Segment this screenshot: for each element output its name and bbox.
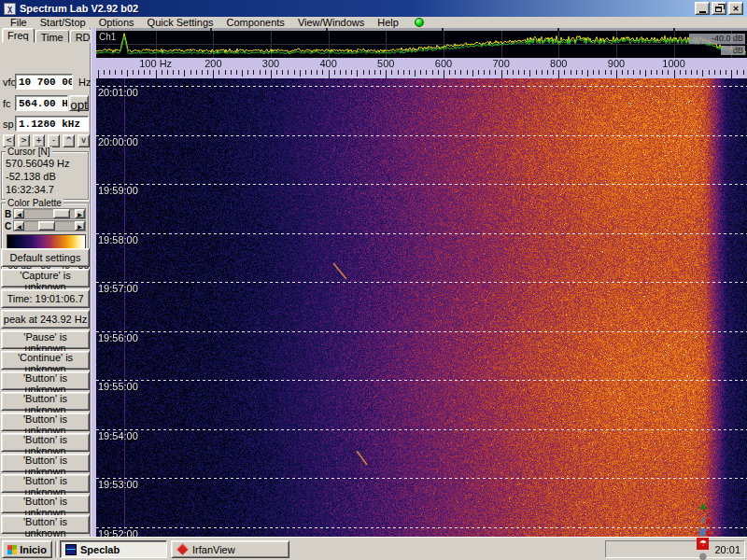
windows-logo-icon — [7, 544, 17, 554]
brightness-right-arrow-icon[interactable]: ▶ — [75, 209, 85, 218]
cursor-level: -52.138 dB — [6, 171, 56, 182]
panel-button-12[interactable]: 'Button' is unknown — [1, 495, 90, 513]
tab-freq[interactable]: Freq — [2, 28, 35, 43]
nav-button-plus[interactable]: + — [33, 134, 45, 147]
panel-button-7[interactable]: 'Button' is unknown — [1, 392, 90, 411]
contrast-label: C — [5, 221, 11, 231]
tray-display-error-icon[interactable]: ■x — [697, 525, 709, 538]
cursor-group-title: Cursor [N] — [6, 147, 52, 157]
panel-button-6[interactable]: 'Button' is unknown — [1, 371, 90, 390]
contrast-right-arrow-icon[interactable]: ▶ — [75, 221, 85, 231]
app-icon: χ — [4, 3, 16, 15]
menu-item-help[interactable]: Help — [371, 17, 405, 28]
brightness-thumb[interactable] — [53, 209, 70, 218]
frequency-scale-canvas[interactable] — [96, 58, 747, 78]
waterfall-canvas[interactable] — [96, 78, 747, 537]
contrast-scrollbar[interactable]: ◀ ▶ — [13, 220, 86, 231]
waterfall-time-label: 19:53:00 — [98, 479, 138, 490]
panel-button-9[interactable]: 'Button' is unknown — [1, 433, 90, 452]
nav-button-minus[interactable]: - — [48, 134, 60, 147]
start-button[interactable]: Inicio — [2, 540, 52, 558]
spectrum-canvas[interactable] — [96, 31, 747, 58]
sp-input[interactable]: 1.1280 kHz — [15, 116, 89, 132]
brightness-left-arrow-icon[interactable]: ◀ — [14, 209, 24, 218]
db-readout-bottom: dB — [721, 46, 745, 55]
brightness-label: B — [5, 209, 11, 219]
waterfall-time-label: 19:54:00 — [98, 430, 138, 441]
menu-item-file[interactable]: File — [4, 17, 34, 28]
cursor-frequency: 570.56049 Hz — [6, 158, 70, 169]
contrast-thumb[interactable] — [38, 221, 55, 231]
waterfall[interactable]: 20:01:0020:00:0019:59:0019:58:0019:57:00… — [96, 78, 747, 537]
channel-label: Ch1 — [99, 32, 116, 42]
fc-input[interactable]: 564.00 Hz — [15, 95, 68, 111]
nav-button-step-left[interactable]: < — [3, 134, 15, 147]
panel-button-8[interactable]: 'Button' is unknown — [1, 413, 90, 431]
task-label: IrfanView — [192, 544, 235, 555]
panel-button-4[interactable]: 'Pause' is unknown — [1, 330, 90, 349]
waterfall-time-label: 19:58:00 — [98, 234, 138, 245]
tray-antivir-umbrella-icon[interactable]: ☂ — [697, 538, 709, 550]
taskbar-clock: 20:01 — [714, 544, 740, 555]
tray-circle-icon-glyph: ● — [699, 550, 708, 560]
control-panel: FreqTimeRDF vfo 10 700 000 Hz fc 564.00 … — [0, 28, 91, 537]
restore-button[interactable] — [712, 2, 726, 15]
tab-time[interactable]: Time — [35, 30, 69, 43]
system-tray: ♣◀x■x☂●●↕■ 20:01 — [605, 540, 745, 558]
minimize-icon — [699, 11, 706, 13]
title-bar: χ Spectrum Lab V2.92 b02 × — [0, 0, 747, 17]
taskbar: Inicio Speclab IrfanView ♣◀x■x☂●●↕■ 20:0… — [0, 537, 747, 560]
db-readout-top: -40.0 dB — [689, 34, 745, 44]
waterfall-time-label: 19:57:00 — [98, 283, 138, 294]
frequency-scale[interactable] — [96, 58, 747, 78]
tray-tree-icon-glyph: ♣ — [698, 501, 707, 513]
brightness-scrollbar[interactable]: ◀ ▶ — [13, 208, 86, 219]
desktop: χ Spectrum Lab V2.92 b02 × FileStart/Sto… — [0, 0, 747, 560]
nav-button-up[interactable]: ^ — [63, 134, 75, 147]
tray-tree-icon[interactable]: ♣ — [697, 501, 709, 513]
cursor-group: Cursor [N] 570.56049 Hz -52.138 dB 16:32… — [1, 151, 89, 200]
menu-item-start-stop[interactable]: Start/Stop — [34, 17, 92, 28]
tray-circle-icon[interactable]: ● — [697, 550, 709, 560]
waterfall-time-label: 19:59:00 — [98, 185, 138, 196]
task-label: Speclab — [80, 544, 120, 555]
vfo-input[interactable]: 10 700 000 — [15, 74, 73, 90]
panel-button-5[interactable]: 'Continue' is unknown — [1, 351, 90, 370]
panel-button-2[interactable]: Time: 19:01:06.7 — [1, 289, 90, 308]
minimize-button[interactable] — [695, 2, 710, 15]
restore-icon — [715, 7, 722, 12]
speclab-icon — [65, 544, 77, 555]
panel-button-13[interactable]: 'Button' is unknown — [1, 515, 90, 534]
spectrum-graph[interactable]: Ch1 -40.0 dB dB — [96, 31, 747, 58]
nav-button-down[interactable]: v — [78, 134, 90, 147]
close-button[interactable]: × — [728, 2, 743, 15]
contrast-left-arrow-icon[interactable]: ◀ — [14, 221, 24, 231]
waterfall-time-label: 20:00:00 — [98, 136, 138, 147]
waterfall-time-label: 20:01:00 — [98, 87, 138, 98]
waterfall-time-label: 19:56:00 — [98, 332, 138, 343]
panel-tabs: FreqTimeRDF — [2, 29, 103, 43]
panel-button-10[interactable]: 'Button' is unknown — [1, 454, 90, 472]
palette-group-title: Color Palette — [6, 198, 63, 208]
menu-item-quick-settings[interactable]: Quick Settings — [141, 17, 220, 28]
menu-item-components[interactable]: Components — [220, 17, 291, 28]
menu-item-options[interactable]: Options — [92, 17, 141, 28]
panel-button-3[interactable]: peak at 243.92 Hz — [1, 310, 90, 329]
vfo-unit-label: Hz — [78, 77, 91, 88]
window-title: Spectrum Lab V2.92 b02 — [20, 3, 695, 14]
sp-label: sp — [3, 119, 14, 130]
fc-label: fc — [3, 98, 11, 109]
taskbar-task-irfanview[interactable]: IrfanView — [171, 540, 289, 558]
menu-bar: FileStart/StopOptionsQuick SettingsCompo… — [0, 17, 747, 28]
taskbar-task-speclab[interactable]: Speclab — [60, 540, 167, 558]
panel-button-1[interactable]: 'Capture' is unknown — [1, 269, 90, 287]
status-led-icon — [415, 18, 424, 27]
tray-volume-muted-icon[interactable]: ◀x — [697, 513, 709, 525]
menu-item-view-windows[interactable]: View/Windows — [291, 17, 371, 28]
nav-button-step-right[interactable]: > — [18, 134, 30, 147]
cursor-time: 16:32:34.7 — [6, 184, 54, 195]
display-area: Ch1 -40.0 dB dB 20:01:0020:00:0019:59:00… — [96, 28, 747, 537]
panel-button-11[interactable]: 'Button' is unknown — [1, 474, 90, 493]
fc-opt-button[interactable]: opt — [69, 95, 89, 111]
panel-button-default-settings[interactable]: Default settings — [1, 248, 90, 267]
